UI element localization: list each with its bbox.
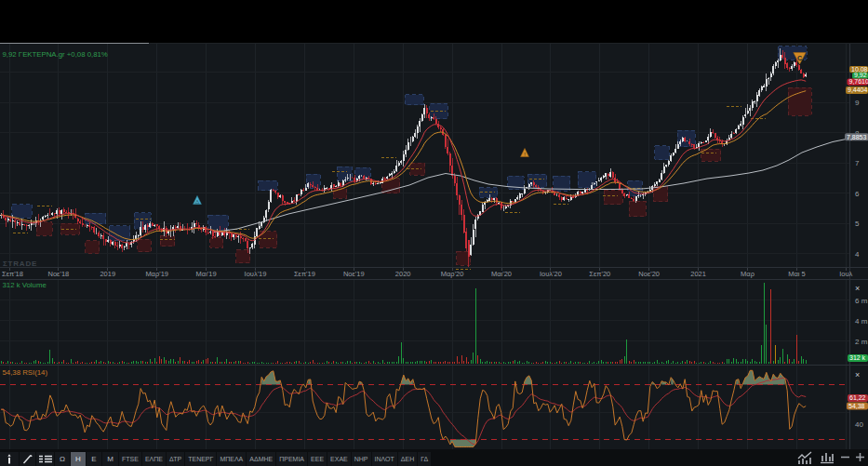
svg-text:Μαι 5: Μαι 5 bbox=[788, 270, 806, 278]
svg-text:7: 7 bbox=[855, 159, 860, 167]
svg-text:Μαρ'19: Μαρ'19 bbox=[145, 270, 168, 278]
svg-text:Ιουλ'19: Ιουλ'19 bbox=[245, 270, 267, 278]
svg-text:9,4404: 9,4404 bbox=[848, 87, 868, 93]
svg-text:2 m: 2 m bbox=[855, 338, 868, 346]
svg-text:54,38: 54,38 bbox=[848, 403, 865, 409]
svg-text:9,92 ΓΕΚΤΕΡΝΑ.gr +0,08 0,81%: 9,92 ΓΕΚΤΕΡΝΑ.gr +0,08 0,81% bbox=[3, 50, 108, 59]
svg-text:2019: 2019 bbox=[100, 270, 115, 278]
svg-text:Μαι'19: Μαι'19 bbox=[196, 270, 217, 278]
svg-text:Ιουλ: Ιουλ bbox=[839, 270, 852, 278]
svg-text:×: × bbox=[855, 284, 860, 293]
svg-text:7,8853: 7,8853 bbox=[847, 134, 867, 140]
svg-text:Σεπ'19: Σεπ'19 bbox=[294, 270, 315, 278]
svg-text:312 k Volume: 312 k Volume bbox=[3, 281, 47, 289]
svg-text:2021: 2021 bbox=[690, 270, 706, 278]
svg-text:9,7610: 9,7610 bbox=[849, 78, 868, 85]
svg-text:61,22: 61,22 bbox=[849, 394, 866, 401]
svg-text:Νοε'18: Νοε'18 bbox=[48, 270, 70, 278]
svg-text:5: 5 bbox=[855, 220, 860, 228]
svg-text:Μαρ'20: Μαρ'20 bbox=[441, 270, 464, 278]
svg-text:⚠: ⚠ bbox=[194, 199, 200, 205]
svg-text:C: C bbox=[797, 55, 802, 61]
svg-text:4 m: 4 m bbox=[855, 317, 868, 326]
svg-text:312 k: 312 k bbox=[849, 354, 866, 361]
svg-text:Μαι'20: Μαι'20 bbox=[491, 270, 512, 278]
svg-text:40: 40 bbox=[855, 420, 863, 429]
svg-text:Νοε'20: Νοε'20 bbox=[638, 270, 660, 278]
svg-text:×: × bbox=[855, 370, 860, 379]
svg-text:9: 9 bbox=[855, 99, 860, 107]
svg-text:Μαρ: Μαρ bbox=[741, 270, 754, 278]
svg-text:4: 4 bbox=[855, 250, 860, 259]
svg-text:6 m: 6 m bbox=[855, 297, 868, 305]
svg-text:6: 6 bbox=[855, 190, 860, 198]
svg-text:Νοε'19: Νοε'19 bbox=[343, 270, 365, 278]
svg-text:2020: 2020 bbox=[395, 270, 411, 278]
svg-text:Σεπ'20: Σεπ'20 bbox=[589, 270, 610, 278]
svg-text:Ιουλ'20: Ιουλ'20 bbox=[540, 270, 562, 278]
svg-text:ΣTRADE: ΣTRADE bbox=[3, 260, 37, 268]
svg-text:54,38 RSI(14): 54,38 RSI(14) bbox=[3, 368, 48, 377]
svg-text:Σεπ'18: Σεπ'18 bbox=[2, 270, 23, 278]
